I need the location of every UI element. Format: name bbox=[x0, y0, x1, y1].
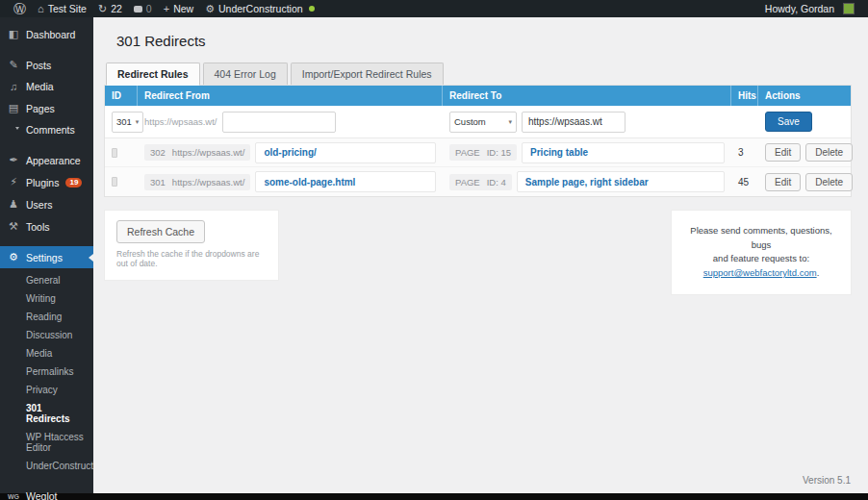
tab-404-error-log[interactable]: 404 Error Log bbox=[203, 62, 288, 85]
column-header-hits: Hits bbox=[731, 86, 758, 106]
sidebar-item-label: Dashboard bbox=[26, 29, 75, 40]
redirect-type-value: 301 bbox=[150, 177, 166, 188]
new-label: New bbox=[173, 3, 193, 14]
redirect-to-pill: PAGE ID: 15 bbox=[449, 144, 517, 161]
updates-count: 22 bbox=[111, 3, 122, 14]
updates-icon: ↻ bbox=[98, 4, 107, 14]
dashboard-icon: ◧ bbox=[8, 28, 19, 40]
sidebar-separator bbox=[0, 140, 93, 149]
admin-bar: Ⓦ ⌂ Test Site ↻ 22 0 + New ⚙ UnderConstr… bbox=[0, 0, 868, 17]
support-text-period: . bbox=[817, 267, 820, 278]
submenu-item-301-redirects[interactable]: 301 Redirects bbox=[0, 399, 93, 428]
gear-icon: ⚙ bbox=[205, 4, 215, 14]
new-redirect-form-row: 301 ▾ https://wpsaas.wt/ Custom ▾ bbox=[105, 106, 851, 138]
plugins-icon: ⚡ bbox=[8, 176, 19, 188]
column-header-redirect-from: Redirect From bbox=[138, 86, 443, 106]
comments-menu[interactable]: 0 bbox=[128, 0, 158, 17]
sidebar-item-dashboard[interactable]: ◧ Dashboard bbox=[0, 23, 93, 45]
submenu-item-discussion[interactable]: Discussion bbox=[0, 326, 93, 344]
sidebar-item-plugins[interactable]: ⚡ Plugins 19 bbox=[0, 171, 93, 193]
submenu-item-wp-htaccess-editor[interactable]: WP Htaccess Editor bbox=[0, 428, 93, 457]
weglot-icon: WG bbox=[8, 493, 19, 500]
redirect-from-input[interactable] bbox=[222, 112, 336, 133]
save-button[interactable]: Save bbox=[765, 112, 812, 132]
new-menu[interactable]: + New bbox=[158, 0, 199, 17]
chevron-down-icon: ▾ bbox=[508, 118, 512, 126]
redirect-to-title[interactable]: Sample page, right sidebar bbox=[517, 171, 725, 192]
my-account-menu[interactable]: Howdy, Gordan bbox=[759, 0, 860, 17]
submenu-item-general[interactable]: General bbox=[0, 271, 93, 289]
delete-button[interactable]: Delete bbox=[805, 143, 853, 162]
sidebar-item-tools[interactable]: ⚒ Tools bbox=[0, 215, 93, 238]
redirect-from-slug[interactable]: some-old-page.html bbox=[255, 171, 436, 192]
redirect-type-value: 301 bbox=[116, 116, 132, 127]
version-label: Version 5.1 bbox=[803, 475, 851, 486]
submenu-item-privacy[interactable]: Privacy bbox=[0, 381, 93, 399]
table-header-row: ID Redirect From Redirect To Hits Action… bbox=[105, 86, 851, 106]
submenu-item-permalinks[interactable]: Permalinks bbox=[0, 362, 93, 381]
sidebar-item-label: Pages bbox=[26, 103, 55, 114]
column-header-redirect-to: Redirect To bbox=[443, 86, 731, 106]
redirect-to-type-select[interactable]: Custom ▾ bbox=[449, 112, 517, 133]
home-icon: ⌂ bbox=[38, 4, 44, 14]
support-text: Please send comments, questions, bugs bbox=[690, 225, 831, 250]
sidebar-item-pages[interactable]: ▤ Pages bbox=[0, 97, 93, 119]
plus-icon: + bbox=[164, 4, 169, 14]
support-email-link[interactable]: support@webfactoryltd.com bbox=[703, 267, 817, 278]
tab-bar: Redirect Rules 404 Error Log Import/Expo… bbox=[106, 62, 852, 85]
redirect-to-title[interactable]: Pricing table bbox=[522, 142, 725, 163]
sidebar-item-appearance[interactable]: ✒ Appearance bbox=[0, 149, 93, 171]
refresh-cache-box: Refresh Cache Refresh the cache if the d… bbox=[104, 210, 279, 281]
drag-handle-icon[interactable] bbox=[112, 177, 117, 187]
comments-icon bbox=[134, 6, 142, 12]
online-status-dot bbox=[309, 6, 315, 12]
sidebar-item-label: Settings bbox=[26, 252, 63, 263]
submenu-item-media[interactable]: Media bbox=[0, 344, 93, 362]
redirect-to-kind: PAGE bbox=[455, 177, 480, 188]
appearance-icon: ✒ bbox=[8, 154, 19, 166]
tab-import-export[interactable]: Import/Export Redirect Rules bbox=[291, 62, 444, 85]
sidebar-item-posts[interactable]: ✎ Posts bbox=[0, 54, 93, 76]
current-menu-arrow bbox=[85, 254, 93, 262]
sidebar-item-label: Appearance bbox=[26, 155, 81, 166]
sidebar-item-users[interactable]: ♟ Users bbox=[0, 193, 93, 215]
sidebar-item-comments[interactable]: Comments bbox=[0, 119, 93, 140]
sidebar-item-weglot[interactable]: WG Weglot bbox=[0, 486, 93, 500]
updates-menu[interactable]: ↻ 22 bbox=[92, 0, 128, 17]
redirect-to-type-value: Custom bbox=[454, 116, 486, 127]
edit-button[interactable]: Edit bbox=[765, 173, 801, 191]
settings-icon: ⚙ bbox=[8, 251, 19, 263]
redirect-from-prefix: https://wpsaas.wt/ bbox=[172, 147, 245, 158]
redirect-rule-row: 301 https://wpsaas.wt/ some-old-page.htm… bbox=[105, 167, 851, 196]
bottom-boxes: Refresh Cache Refresh the cache if the d… bbox=[104, 210, 852, 295]
submenu-item-reading[interactable]: Reading bbox=[0, 308, 93, 326]
howdy-label: Howdy, Gordan bbox=[765, 3, 834, 14]
redirect-to-input[interactable] bbox=[522, 112, 625, 133]
edit-button[interactable]: Edit bbox=[765, 143, 801, 162]
redirect-from-pill: 301 https://wpsaas.wt/ bbox=[144, 174, 250, 190]
column-header-actions: Actions bbox=[758, 86, 851, 106]
posts-icon: ✎ bbox=[8, 59, 19, 71]
sidebar-item-label: Comments bbox=[26, 124, 75, 136]
delete-button[interactable]: Delete bbox=[805, 173, 853, 191]
hits-count: 3 bbox=[738, 147, 744, 158]
submenu-item-underconstruction[interactable]: UnderConstruction bbox=[0, 457, 93, 475]
pages-icon: ▤ bbox=[8, 102, 19, 114]
sidebar-separator bbox=[0, 45, 93, 54]
sidebar-item-media[interactable]: ♫ Media bbox=[0, 76, 93, 97]
redirect-to-id: ID: 4 bbox=[487, 177, 506, 188]
wordpress-logo-icon[interactable]: Ⓦ bbox=[8, 0, 32, 17]
sidebar-item-label: Media bbox=[26, 81, 54, 92]
refresh-cache-button[interactable]: Refresh Cache bbox=[116, 220, 205, 243]
media-icon: ♫ bbox=[8, 81, 19, 92]
redirect-from-prefix: https://wpsaas.wt/ bbox=[144, 116, 217, 127]
tab-redirect-rules[interactable]: Redirect Rules bbox=[106, 62, 200, 86]
underconstruction-menu[interactable]: ⚙ UnderConstruction bbox=[199, 0, 319, 17]
admin-sidebar: ◧ Dashboard ✎ Posts ♫ Media ▤ Pages Comm… bbox=[0, 17, 93, 493]
redirect-from-slug[interactable]: old-pricing/ bbox=[255, 142, 436, 163]
site-name-menu[interactable]: ⌂ Test Site bbox=[32, 0, 92, 17]
submenu-item-writing[interactable]: Writing bbox=[0, 289, 93, 308]
sidebar-item-settings[interactable]: ⚙ Settings bbox=[0, 246, 93, 268]
support-text: and feature requests to: bbox=[713, 253, 809, 263]
drag-handle-icon[interactable] bbox=[112, 148, 117, 158]
